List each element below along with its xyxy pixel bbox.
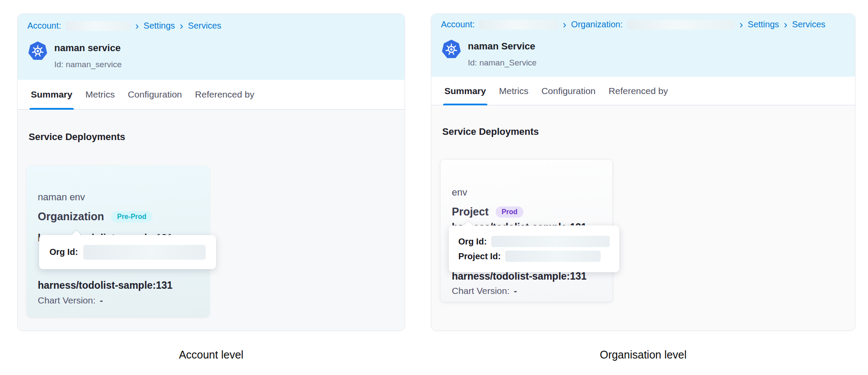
scope-row: Project Prod [452, 205, 523, 218]
id-tooltip: Org Id: Project Id: [449, 225, 619, 272]
service-header-band: Account: › Settings › Services [18, 14, 404, 80]
tab-summary[interactable]: Summary [444, 77, 486, 105]
section-title-service-deployments: Service Deployments [29, 131, 125, 143]
id-tooltip: Org Id: [39, 235, 216, 269]
breadcrumb: Account: › Organization: › Settings › Se… [441, 20, 825, 29]
tab-configuration[interactable]: Configuration [541, 77, 595, 105]
organisation-level-panel: Account: › Organization: › Settings › Se… [431, 13, 855, 331]
service-tabs: Summary Metrics Configuration Referenced… [431, 77, 855, 105]
redacted-account-name [66, 21, 131, 31]
chart-version-label: Chart Version: [38, 295, 95, 305]
breadcrumb-account-link[interactable]: Account: [441, 20, 475, 29]
org-id-label: Org Id: [49, 247, 78, 257]
breadcrumb-chevron-icon: › [179, 22, 184, 30]
breadcrumb-chevron-icon: › [739, 20, 743, 29]
breadcrumb-services-link[interactable]: Services [188, 21, 221, 31]
breadcrumb: Account: › Settings › Services [27, 21, 221, 31]
redacted-org-id-value [491, 236, 610, 247]
artifact-name: harness/todolist-sample:131 [452, 271, 587, 282]
tab-metrics[interactable]: Metrics [85, 80, 115, 109]
chart-version-line: Chart Version:- [452, 286, 517, 296]
chart-version-line: Chart Version:- [38, 295, 103, 306]
redacted-org-id-value [83, 245, 206, 260]
summary-tab-content: Service Deployments env Project Prod har… [431, 105, 855, 330]
scope-row: Organization Pre-Prod [38, 210, 152, 223]
breadcrumb-settings-link[interactable]: Settings [144, 21, 175, 31]
chart-version-value: - [514, 286, 517, 296]
service-name: naman Service [468, 41, 536, 52]
environment-name: env [452, 187, 467, 198]
tab-configuration[interactable]: Configuration [128, 80, 182, 109]
breadcrumb-services-link[interactable]: Services [792, 20, 825, 29]
scope-label[interactable]: Organization [38, 210, 104, 223]
env-type-badge: Prod [496, 206, 523, 218]
tooltip-row-project-id: Project Id: [458, 251, 610, 262]
chart-version-value: - [100, 295, 103, 305]
redacted-project-id-value [505, 251, 601, 262]
tab-referenced-by[interactable]: Referenced by [608, 77, 668, 105]
summary-tab-content: Service Deployments naman env Organizati… [18, 110, 404, 330]
service-id: Id: naman_service [54, 60, 122, 69]
redacted-account-name [479, 20, 558, 29]
tab-referenced-by[interactable]: Referenced by [195, 80, 254, 109]
breadcrumb-account-link[interactable]: Account: [27, 21, 61, 31]
caption-account-level: Account level [17, 349, 405, 361]
service-tabs: Summary Metrics Configuration Referenced… [18, 80, 404, 110]
redacted-organization-name [627, 20, 735, 29]
tab-summary[interactable]: Summary [31, 80, 72, 109]
breadcrumb-chevron-icon: › [783, 20, 788, 29]
breadcrumb-chevron-icon: › [135, 22, 139, 30]
caption-organisation-level: Organisation level [431, 349, 855, 361]
service-name: naman service [54, 42, 122, 54]
chart-version-label: Chart Version: [452, 286, 510, 296]
service-id: Id: naman_Service [468, 58, 536, 68]
scope-label[interactable]: Project [452, 205, 489, 218]
service-header-band: Account: › Organization: › Settings › Se… [431, 14, 855, 77]
section-title-service-deployments: Service Deployments [442, 126, 539, 137]
org-id-label: Org Id: [458, 237, 487, 247]
artifact-name: harness/todolist-sample:131 [38, 280, 173, 291]
service-identity: naman Service Id: naman_Service [441, 38, 536, 68]
tab-metrics[interactable]: Metrics [499, 77, 529, 105]
project-id-label: Project Id: [458, 251, 501, 261]
environment-name: naman env [38, 192, 85, 203]
account-level-panel: Account: › Settings › Services [17, 13, 405, 331]
screenshot-canvas: Account: › Settings › Services [0, 0, 868, 375]
kubernetes-icon [441, 38, 462, 60]
breadcrumb-chevron-icon: › [562, 20, 567, 29]
tooltip-row-org-id: Org Id: [458, 236, 610, 247]
service-identity: naman service Id: naman_service [27, 40, 122, 69]
env-type-badge: Pre-Prod [111, 211, 153, 222]
breadcrumb-settings-link[interactable]: Settings [748, 20, 779, 29]
breadcrumb-organization-link[interactable]: Organization: [571, 20, 623, 29]
kubernetes-icon [27, 40, 48, 62]
